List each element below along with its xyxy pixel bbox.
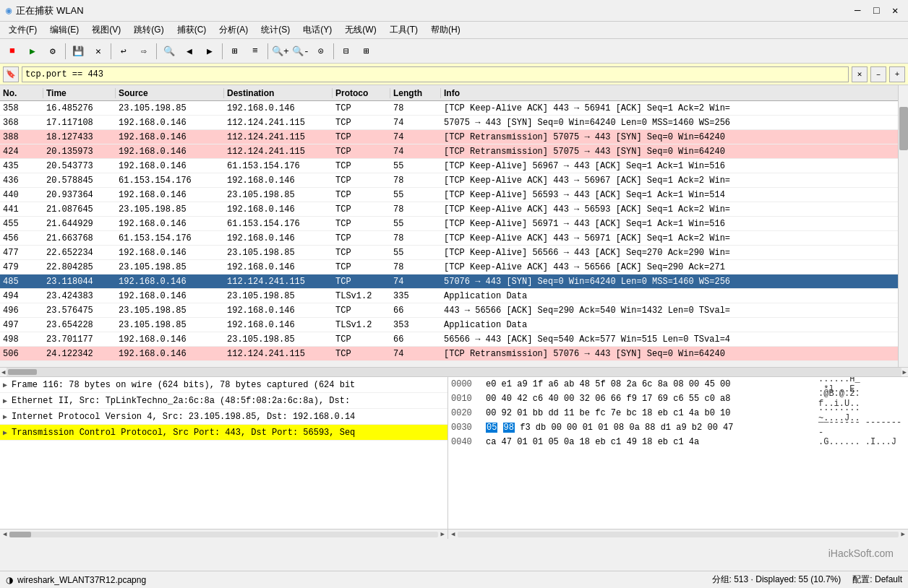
hscroll-thumb[interactable] xyxy=(8,369,37,375)
filter-clear-button[interactable]: ✕ xyxy=(852,66,868,82)
menu-item-分析(A)[interactable]: 分析(A) xyxy=(213,22,254,38)
filter-apply-button[interactable]: – xyxy=(870,66,886,82)
table-cell: 23.105.198.85 xyxy=(224,291,333,301)
menu-item-帮助(H)[interactable]: 帮助(H) xyxy=(425,22,466,38)
bottom-hscroll-left-arrow[interactable]: ◀ xyxy=(1,530,8,538)
filter-input[interactable]: tcp.port == 443 xyxy=(22,66,849,82)
toolbar-sep1 xyxy=(65,43,66,59)
col-time: Time xyxy=(43,88,116,98)
menu-item-无线(W)[interactable]: 无线(W) xyxy=(339,22,382,38)
hscroll-area[interactable]: ◀ ▶ xyxy=(0,367,908,377)
table-row[interactable]: 48523.118044192.168.0.146112.124.241.115… xyxy=(0,274,908,289)
table-cell: 21.663768 xyxy=(43,233,116,243)
bytes-offset: 0000 xyxy=(451,379,480,389)
hscroll-track[interactable] xyxy=(7,368,901,376)
toolbar-reload-button[interactable]: ↩ xyxy=(114,42,133,61)
table-cell: 23.654228 xyxy=(43,320,116,330)
table-cell: 74 xyxy=(390,277,441,287)
bottom-hscroll-right-arrow[interactable]: ▶ xyxy=(440,530,446,538)
detail-row[interactable]: ▶Ethernet II, Src: TpLinkTechno_2a:6c:8a… xyxy=(0,393,447,409)
toolbar-forward-button[interactable]: ▶ xyxy=(200,42,219,61)
minimize-button[interactable]: ─ xyxy=(849,3,865,19)
titlebar-left: ◉ 正在捕获 WLAN xyxy=(6,4,84,17)
menu-item-编辑(E)[interactable]: 编辑(E) xyxy=(44,22,85,38)
table-row[interactable]: 38818.127433192.168.0.146112.124.241.115… xyxy=(0,130,908,144)
filter-add-button[interactable]: + xyxy=(889,66,905,82)
table-row[interactable]: 44121.08764523.105.198.85192.168.0.146TC… xyxy=(0,202,908,217)
table-cell: 61.153.154.176 xyxy=(116,176,224,186)
toolbar-zoomin-button[interactable]: 🔍+ xyxy=(271,42,290,61)
vertical-scrollbar[interactable] xyxy=(898,85,908,367)
bottom-right-hscroll-right-arrow[interactable]: ▶ xyxy=(900,530,907,538)
toolbar-restart-button[interactable]: ▶ xyxy=(23,42,42,61)
table-row[interactable]: 45521.644929192.168.0.14661.153.154.176T… xyxy=(0,217,908,231)
close-button[interactable]: ✕ xyxy=(886,3,902,19)
bytes-selected: 98 xyxy=(503,423,515,433)
bottom-right-hscroll-left-arrow[interactable]: ◀ xyxy=(450,530,456,538)
vscroll-thumb[interactable] xyxy=(899,107,908,150)
toolbar-close-button[interactable]: ✕ xyxy=(89,42,108,61)
table-row[interactable]: 43620.57884561.153.154.176192.168.0.146T… xyxy=(0,173,908,188)
table-cell: 74 xyxy=(390,147,441,157)
menu-item-视图(V)[interactable]: 视图(V) xyxy=(86,22,127,38)
menu-item-跳转(G)[interactable]: 跳转(G) xyxy=(128,22,169,38)
bottom-hscroll-left[interactable]: ◀ ▶ xyxy=(0,529,448,539)
filter-bookmark-button[interactable]: 🔖 xyxy=(3,66,19,82)
table-cell: TCP xyxy=(333,176,390,186)
bottom-hscroll-right[interactable]: ◀ ▶ xyxy=(448,529,908,539)
table-row[interactable]: 42420.135973192.168.0.146112.124.241.115… xyxy=(0,144,908,159)
toolbar-collapseall-button[interactable]: ⊟ xyxy=(337,42,356,61)
maximize-button[interactable]: □ xyxy=(868,3,883,19)
col-no: No. xyxy=(0,88,43,98)
table-row[interactable]: 49723.65422823.105.198.85192.168.0.146TL… xyxy=(0,318,908,332)
table-cell: 112.124.241.115 xyxy=(224,277,333,287)
hscroll-right-arrow[interactable]: ▶ xyxy=(901,368,908,376)
detail-row[interactable]: ▶Transmission Control Protocol, Src Port… xyxy=(0,425,447,441)
menu-item-统计(S)[interactable]: 统计(S) xyxy=(255,22,296,38)
detail-row[interactable]: ▶Internet Protocol Version 4, Src: 23.10… xyxy=(0,409,447,425)
table-cell: TCP xyxy=(333,306,390,316)
menu-item-文件(F)[interactable]: 文件(F) xyxy=(3,22,43,38)
toolbar-filter-button[interactable]: ⇨ xyxy=(134,42,153,61)
table-row[interactable]: 50624.122342192.168.0.146112.124.241.115… xyxy=(0,347,908,361)
bytes-hex: e0 e1 a9 1f a6 ab 48 5f 08 2a 6c 8a 08 0… xyxy=(486,379,813,389)
table-row[interactable]: 49823.701177192.168.0.14623.105.198.85TC… xyxy=(0,332,908,347)
toolbar-expandall-button[interactable]: ⊞ xyxy=(357,42,376,61)
toolbar-back-button[interactable]: ◀ xyxy=(180,42,199,61)
menu-item-捕获(C)[interactable]: 捕获(C) xyxy=(171,22,213,38)
statusbar-right: 分组: 513 · Displayed: 55 (10.7%) 配置: Defa… xyxy=(712,574,902,586)
table-row[interactable]: 35816.48527623.105.198.85192.168.0.146TC… xyxy=(0,101,908,116)
hscroll-left-arrow[interactable]: ◀ xyxy=(0,368,7,376)
toolbar-list-button[interactable]: ≡ xyxy=(246,42,265,61)
toolbar-search-button[interactable]: 🔍 xyxy=(160,42,179,61)
table-cell: 477 xyxy=(0,248,43,258)
toolbar-open-button[interactable]: ⚙ xyxy=(43,42,62,61)
table-row[interactable]: 49423.424383192.168.0.14623.105.198.85TL… xyxy=(0,289,908,303)
toolbar-zoomreset-button[interactable]: ⊙ xyxy=(312,42,330,61)
table-row[interactable]: 47922.80428523.105.198.85192.168.0.146TC… xyxy=(0,260,908,274)
table-cell: 78 xyxy=(390,176,441,186)
table-cell: TCP xyxy=(333,118,390,128)
detail-text: Internet Protocol Version 4, Src: 23.105… xyxy=(12,412,355,422)
toolbar-save-button[interactable]: 💾 xyxy=(69,42,87,61)
table-cell: [TCP Keep-Alive ACK] 443 → 56593 [ACK] S… xyxy=(441,204,908,215)
filterbar: 🔖 tcp.port == 443 ✕ – + xyxy=(0,64,908,85)
table-cell: 192.168.0.146 xyxy=(116,334,224,345)
toolbar-zoomout-button[interactable]: 🔍- xyxy=(291,42,310,61)
table-cell: [TCP Keep-Alive ACK] 443 → 56941 [ACK] S… xyxy=(441,103,908,113)
statusbar-filename: wireshark_WLANT37R12.pcapng xyxy=(17,575,146,585)
table-row[interactable]: 36817.117108192.168.0.146112.124.241.115… xyxy=(0,116,908,130)
menu-item-工具(T)[interactable]: 工具(T) xyxy=(384,22,424,38)
menu-item-电话(Y)[interactable]: 电话(Y) xyxy=(297,22,338,38)
detail-row[interactable]: ▶Frame 116: 78 bytes on wire (624 bits),… xyxy=(0,377,447,393)
bottom-hscroll[interactable]: ◀ ▶ ◀ ▶ xyxy=(0,529,908,539)
toolbar-gotopacket-button[interactable]: ⊞ xyxy=(226,42,244,61)
table-row[interactable]: 47722.652234192.168.0.14623.105.198.85TC… xyxy=(0,246,908,260)
table-row[interactable]: 43520.543773192.168.0.14661.153.154.176T… xyxy=(0,159,908,173)
packet-list-container: No. Time Source Destination Protoco Leng… xyxy=(0,85,908,367)
packet-bytes: 0000 e0 e1 a9 1f a6 ab 48 5f 08 2a 6c 8a… xyxy=(448,377,908,529)
table-row[interactable]: 49623.57647523.105.198.85192.168.0.146TC… xyxy=(0,303,908,318)
table-row[interactable]: 44020.937364192.168.0.14623.105.198.85TC… xyxy=(0,188,908,202)
toolbar-stop-button[interactable]: ■ xyxy=(3,42,22,61)
table-row[interactable]: 45621.66376861.153.154.176192.168.0.146T… xyxy=(0,231,908,246)
